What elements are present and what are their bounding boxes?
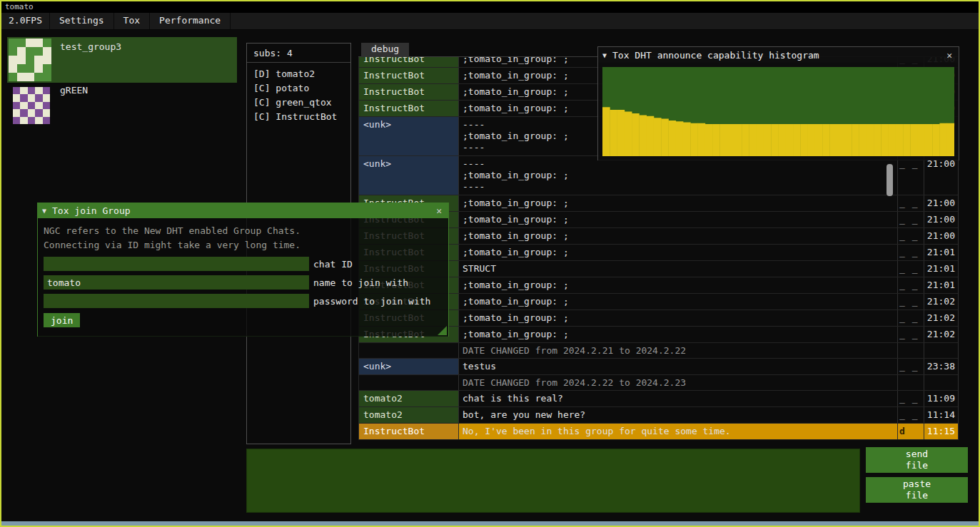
chat-receipt-cell (898, 375, 924, 390)
member-item[interactable]: [C] green_qtox (253, 96, 344, 110)
subs-header: subs: 4 (247, 44, 350, 62)
menu-item-settings[interactable]: Settings (50, 13, 114, 29)
chat-sender: tomato2 (359, 391, 459, 406)
message-line: ;tomato_in_group: ; (463, 170, 897, 181)
message-line: ;tomato_in_group: ; (463, 230, 897, 242)
chat-receipt: _ _ (898, 228, 924, 244)
chat-message: bot, are you new here? (459, 407, 898, 423)
chat-message: ;tomato_in_group: ; (459, 195, 898, 211)
message-line: ;tomato_in_group: ; (463, 312, 897, 324)
chat-id-input[interactable] (44, 257, 309, 271)
tab-debug[interactable]: debug (361, 43, 409, 57)
chat-receipt: _ _ (898, 359, 924, 374)
chat-receipt: _ _ (898, 407, 924, 423)
collapse-icon[interactable]: ▼ (602, 51, 607, 59)
join-window-titlebar[interactable]: ▼ Tox join Group ✕ (38, 203, 448, 218)
join-window-body: NGC refers to the New DHT enabled Group … (38, 218, 448, 337)
message-line: STRUCT (463, 263, 897, 275)
chat-timestamp: 11:09 (924, 391, 958, 406)
histogram-plot (602, 67, 954, 156)
chat-timestamp: 21:00 (924, 228, 958, 244)
chat-timestamp: 21:01 (924, 277, 958, 293)
member-item[interactable]: [C] InstructBot (253, 110, 344, 124)
paste-file-button[interactable]: paste file (866, 477, 968, 503)
chat-sender: <unk> (359, 156, 459, 195)
message-line: ;tomato_in_group: ; (463, 214, 897, 225)
chat-message: chat is this real? (459, 391, 898, 406)
fps-counter: 2.0FPS (1, 13, 50, 29)
window-title: tomato (5, 2, 34, 11)
chat-sender: tomato2 (359, 407, 459, 423)
chat-message: ;tomato_in_group: ; (459, 245, 898, 260)
member-item[interactable]: [C] potato (253, 81, 344, 96)
chat-timestamp: 11:14 (924, 407, 958, 423)
chat-message: ;tomato_in_group: ; (459, 310, 898, 326)
close-icon[interactable]: ✕ (944, 50, 954, 61)
join-button[interactable]: join (44, 313, 80, 327)
chat-timestamp-cell (924, 375, 958, 390)
chat-timestamp: 21:02 (924, 327, 958, 342)
message-line: chat is this real? (463, 393, 897, 404)
chat-receipt: _ _ (898, 261, 924, 277)
message-line: ;tomato_in_group: ; (463, 247, 897, 258)
chat-timestamp-cell (924, 343, 958, 358)
chat-receipt: d (898, 424, 924, 439)
chat-timestamp: 23:38 (924, 359, 958, 374)
os-titlebar[interactable]: tomato (1, 1, 979, 13)
chat-timestamp: 21:00 (924, 156, 958, 195)
send-file-button[interactable]: send file (866, 447, 968, 473)
chat-message: testus (459, 359, 898, 374)
chat-row[interactable]: tomato2chat is this real?_ _11:09 (359, 391, 958, 407)
chat-message: ;tomato_in_group: ; (459, 294, 898, 309)
chat-receipt: _ _ (898, 212, 924, 227)
message-input[interactable] (246, 449, 860, 513)
member-item[interactable]: [D] tomato2 (253, 67, 344, 81)
date-separator-row[interactable]: DATE CHANGED from 2024.2.22 to 2024.2.23 (359, 375, 958, 391)
chat-sender: <unk> (359, 117, 459, 155)
group-name: test_group3 (60, 41, 121, 52)
date-changed-text: DATE CHANGED from 2024.2.21 to 2024.2.22 (459, 343, 898, 358)
histogram-window-titlebar[interactable]: ▼ Tox DHT announce capability histogram … (598, 47, 959, 63)
menubar: 2.0FPS SettingsToxPerformance (1, 13, 979, 30)
chat-row[interactable]: tomato2bot, are you new here?_ _11:14 (359, 407, 958, 424)
chat-row[interactable]: <unk>testus_ _23:38 (359, 359, 958, 375)
close-icon[interactable]: ✕ (434, 205, 444, 216)
chat-id-label: chat ID (313, 259, 353, 270)
date-separator-row[interactable]: DATE CHANGED from 2024.2.21 to 2024.2.22 (359, 343, 958, 359)
chat-sender: <unk> (359, 359, 459, 374)
chat-receipt: _ _ (898, 327, 924, 342)
group-item-test_group3[interactable]: test_group3 (7, 37, 237, 83)
menu-items: SettingsToxPerformance (50, 13, 231, 29)
chat-timestamp: 21:02 (924, 310, 958, 326)
collapse-icon[interactable]: ▼ (42, 207, 46, 215)
chat-receipt: _ _ (898, 195, 924, 211)
join-password-input[interactable] (44, 294, 309, 308)
chat-message: No, I've been in this group for quite so… (459, 424, 898, 439)
join-name-input[interactable] (44, 275, 309, 290)
join-name-row: name to join with (44, 275, 443, 290)
chat-receipt: _ _ (898, 310, 924, 326)
chat-timestamp: 21:02 (924, 294, 958, 309)
group-avatar (9, 39, 51, 81)
chat-sender-cell (359, 375, 459, 390)
chat-timestamp: 11:15 (924, 424, 958, 439)
join-window-title: Tox join Group (52, 205, 131, 216)
menu-item-tox[interactable]: Tox (114, 13, 150, 29)
join-password-row: password to join with (44, 294, 443, 308)
chat-row[interactable]: <unk>----;tomato_in_group: ;----_ _21:00 (359, 156, 958, 195)
chat-timestamp: 21:00 (924, 212, 958, 227)
chat-receipt-cell (898, 343, 924, 358)
menu-item-performance[interactable]: Performance (150, 13, 231, 29)
date-changed-text: DATE CHANGED from 2024.2.22 to 2024.2.23 (459, 375, 898, 390)
chat-row[interactable]: InstructBotNo, I've been in this group f… (359, 424, 958, 440)
bottom-border-strip (1, 521, 979, 526)
group-item-gREEN[interactable]: gREEN (7, 84, 237, 126)
chat-receipt: _ _ (898, 277, 924, 293)
chat-receipt: _ _ (898, 156, 924, 195)
message-line: testus (463, 361, 897, 372)
join-group-window: ▼ Tox join Group ✕ NGC refers to the New… (37, 203, 449, 337)
chat-scrollbar[interactable] (886, 164, 893, 196)
resize-grip[interactable] (438, 326, 447, 335)
group-name: gREEN (60, 85, 88, 96)
chat-sender: InstructBot (359, 84, 459, 100)
